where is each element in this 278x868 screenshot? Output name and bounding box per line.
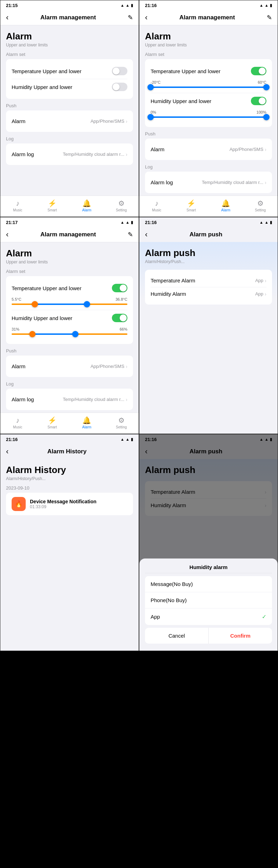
setting-icon-3: ⚙	[118, 416, 125, 425]
battery-icon-2: ▮	[270, 3, 272, 8]
edit-button-3[interactable]: ✎	[128, 231, 133, 238]
humid-fill-right-3	[75, 333, 127, 335]
humid-slider-2[interactable]: 0% 100%	[151, 109, 266, 123]
temp-alarm-row-4[interactable]: Temperature Alarm App ›	[151, 274, 266, 287]
edit-button-1[interactable]: ✎	[128, 14, 133, 21]
humid-thumb2-2[interactable]	[263, 114, 270, 120]
tab-music-3[interactable]: ♪ Music	[0, 414, 35, 431]
tab-smart-1[interactable]: ⚡ Smart	[35, 197, 69, 214]
push-card-3: Alarm App/Phone/SMS ›	[6, 356, 133, 377]
humid-slider-3[interactable]: 31% 66%	[12, 326, 127, 340]
temp-alarm-value-4: App ›	[255, 278, 266, 283]
smart-icon-3: ⚡	[48, 416, 57, 425]
temp-toggle-2[interactable]	[251, 67, 266, 75]
back-button-4[interactable]: ‹	[145, 230, 147, 239]
humid-toggle-1[interactable]	[112, 83, 127, 91]
tab-setting-1[interactable]: ⚙ Setting	[104, 197, 139, 214]
check-icon-6: ✓	[262, 613, 266, 620]
humid-track-3	[12, 333, 127, 335]
alarm-push-label-1: Alarm	[12, 118, 25, 124]
temp-fill-right-3	[87, 304, 127, 305]
back-button-5[interactable]: ‹	[6, 447, 8, 456]
edit-button-2[interactable]: ✎	[267, 14, 272, 21]
screen-2: 21:16 ▲ ▲ ▮ ‹ Alarm management ✎ Alarm U…	[139, 0, 278, 217]
tab-alarm-2[interactable]: 🔔 Alarm	[209, 197, 243, 214]
sheet-title-6: Humidity alarm	[145, 559, 272, 573]
tab-smart-3[interactable]: ⚡ Smart	[35, 414, 69, 431]
alarm-push-row-1[interactable]: Alarm App/Phone/SMS ›	[12, 115, 127, 128]
tab-music-label-3: Music	[13, 425, 22, 429]
sheet-option-message-6[interactable]: Message(No Buy)	[145, 576, 272, 592]
smart-icon-2: ⚡	[187, 199, 196, 208]
temp-min-2: -20°C	[151, 80, 160, 84]
back-button-2[interactable]: ‹	[145, 13, 147, 22]
temp-thumb1-2[interactable]	[147, 84, 154, 90]
humid-thumb1-2[interactable]	[147, 114, 154, 120]
humid-thumb2-3[interactable]	[72, 331, 78, 337]
history-icon-5: 🔥	[12, 497, 26, 511]
confirm-button-6[interactable]: Confirm	[209, 628, 272, 644]
humid-track-2	[151, 116, 266, 118]
tab-alarm-1[interactable]: 🔔 Alarm	[70, 197, 104, 214]
humid-alarm-row-4[interactable]: Humidity Alarm App ›	[151, 287, 266, 300]
tab-bar-2: ♪ Music ⚡ Smart 🔔 Alarm ⚙ Setting	[139, 196, 278, 217]
temp-toggle-3[interactable]	[112, 284, 127, 292]
tab-setting-2[interactable]: ⚙ Setting	[243, 197, 278, 214]
push-label-2: Push	[145, 131, 272, 136]
alarm-log-row-1[interactable]: Alarm log Temp/Humidity cloud alarm r...…	[12, 148, 127, 161]
chevron-alarm-1: ›	[126, 119, 127, 124]
temp-thumb2-3[interactable]	[84, 301, 90, 307]
tab-music-2[interactable]: ♪ Music	[139, 197, 174, 214]
temp-thumb1-3[interactable]	[32, 301, 38, 307]
nav-title-3: Alarm management	[40, 231, 96, 238]
alarm-log-row-3[interactable]: Alarm log Temp/Humidity cloud alarm r...…	[12, 393, 127, 406]
sheet-option-phone-6[interactable]: Phone(No Buy)	[145, 592, 272, 608]
page-title-4: Alarm push	[145, 248, 272, 259]
humid-toggle-2[interactable]	[251, 97, 266, 105]
time-2: 21:16	[145, 3, 157, 8]
humid-fill-3	[32, 333, 75, 335]
setting-icon-1: ⚙	[118, 199, 125, 208]
alarm-push-value-2: App/Phone/SMS ›	[229, 147, 266, 152]
temp-row-2: Temperature Upper and lower	[151, 63, 266, 79]
temp-slider-2[interactable]: -20°C 60°C	[151, 79, 266, 93]
alarm-log-value-2: Temp/Humidity cloud alarm r... ›	[202, 180, 266, 185]
temp-toggle-1[interactable]	[112, 67, 127, 75]
tab-bar-1: ♪ Music ⚡ Smart 🔔 Alarm ⚙ Setting	[0, 196, 139, 217]
tab-smart-label-2: Smart	[187, 208, 196, 212]
nav-title-4: Alarm push	[189, 231, 222, 238]
sheet-options-list-6: Message(No Buy) Phone(No Buy) App ✓	[145, 576, 272, 625]
cancel-button-6[interactable]: Cancel	[145, 628, 209, 644]
temp-thumb2-2[interactable]	[263, 84, 270, 90]
humid-toggle-3[interactable]	[112, 314, 127, 322]
humid-max-3: 66%	[120, 327, 127, 331]
tab-smart-2[interactable]: ⚡ Smart	[174, 197, 208, 214]
tab-alarm-3[interactable]: 🔔 Alarm	[70, 414, 104, 431]
back-button-1[interactable]: ‹	[6, 13, 8, 22]
push-label-3: Push	[6, 348, 133, 353]
history-item-5[interactable]: 🔥 Device Message Notification 01:33:09	[6, 493, 133, 515]
page-subtitle-3: Upper and lower limits	[6, 260, 133, 264]
sheet-option-app-6[interactable]: App ✓	[145, 608, 272, 625]
history-date-5: 2023-09-10	[6, 485, 133, 491]
alarm-log-row-2[interactable]: Alarm log Temp/Humidity cloud alarm r...…	[151, 176, 266, 189]
music-icon-1: ♪	[16, 199, 19, 208]
alarm-push-row-3[interactable]: Alarm App/Phone/SMS ›	[12, 360, 127, 373]
sheet-options-6: Message(No Buy) Phone(No Buy) App ✓	[145, 576, 272, 625]
status-icons-3: ▲ ▲ ▮	[120, 220, 133, 225]
humid-row-2: Humidity Upper and lower	[151, 93, 266, 109]
back-button-3[interactable]: ‹	[6, 230, 8, 239]
humid-label-1: Humidity Upper and lower	[12, 84, 72, 90]
signal-icon-3: ▲	[120, 220, 124, 224]
alarm-push-label-2: Alarm	[151, 146, 164, 152]
humid-label-3: Humidity Upper and lower	[12, 315, 72, 321]
temp-slider-3[interactable]: 5.5°C 36.8°C	[12, 296, 127, 310]
alarm-push-row-2[interactable]: Alarm App/Phone/SMS ›	[151, 143, 266, 156]
tab-setting-3[interactable]: ⚙ Setting	[104, 414, 139, 431]
humid-thumb1-3[interactable]	[29, 331, 36, 337]
tab-music-1[interactable]: ♪ Music	[0, 197, 35, 214]
humid-row-3: Humidity Upper and lower	[12, 310, 127, 326]
chevron-log-2: ›	[265, 180, 266, 185]
battery-icon: ▮	[131, 3, 133, 8]
time-1: 21:15	[6, 3, 18, 8]
